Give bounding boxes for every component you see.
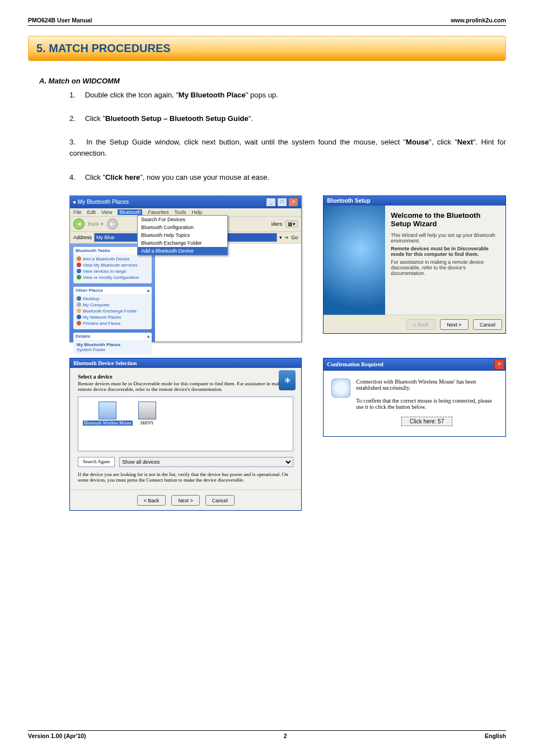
- panel-tasks-head: Bluetooth Tasks: [76, 248, 110, 253]
- desktop-icon: [77, 296, 81, 301]
- step-3: 3. In the Setup Guide window, click next…: [69, 137, 506, 159]
- wizard-cancel-button[interactable]: Cancel: [473, 319, 502, 330]
- confirm-p2: To confirm that the correct mouse is bei…: [356, 398, 498, 410]
- panel-details-head: Details: [76, 334, 90, 339]
- wizard-heading: Welcome to the Bluetooth Setup Wizard: [391, 211, 500, 228]
- place-my-computer[interactable]: My Computer: [77, 302, 148, 307]
- config-icon: [77, 275, 81, 279]
- wizard-image: [324, 206, 385, 315]
- folder-icon: [77, 309, 81, 313]
- place-network[interactable]: My Network Places: [77, 315, 148, 320]
- back-button[interactable]: ◄: [73, 218, 85, 230]
- task-add-device[interactable]: Add a Bluetooth Device: [77, 256, 148, 262]
- menu-item-exchange-folder[interactable]: Bluetooth Exchange Folder: [138, 239, 227, 247]
- menu-item-search-devices[interactable]: Search For Devices: [138, 216, 227, 223]
- bluetooth-icon: [77, 256, 81, 261]
- menu-favorites[interactable]: Favorites: [148, 209, 168, 215]
- device-list: Bluetooth Wireless Mouse SHINY: [78, 396, 293, 451]
- search-again-button[interactable]: Search Again: [78, 457, 115, 467]
- views-button[interactable]: ▦▾: [285, 221, 298, 227]
- maximize-button[interactable]: □: [277, 198, 287, 207]
- step-4: 4. Click "Click here", now you can use y…: [69, 172, 506, 183]
- section-title: 5. MATCH PROCEDURES: [28, 36, 506, 61]
- subsection-a: A. Match on WIDCOMM: [39, 77, 506, 85]
- devsel-title: Bluetooth Device Selection: [70, 358, 301, 368]
- menu-file[interactable]: File: [73, 209, 82, 215]
- wizard-p1: This Wizard will help you set up your Bl…: [391, 232, 500, 244]
- menu-help[interactable]: Help: [191, 209, 202, 215]
- bluetooth-logo-icon: ∗: [279, 370, 296, 390]
- panel-places-head: Other Places: [76, 288, 103, 293]
- bluetooth-menu-dropdown: Search For Devices Bluetooth Configurati…: [137, 215, 228, 255]
- menu-bluetooth[interactable]: Bluetooth: [118, 209, 142, 215]
- page-number: 2: [284, 732, 287, 739]
- go-button[interactable]: Go: [291, 235, 298, 240]
- minimize-button[interactable]: _: [266, 198, 276, 207]
- confirm-p1: Connection with Bluetooth Wireless Mouse…: [356, 379, 498, 391]
- computer-icon: [77, 302, 81, 307]
- task-view-range[interactable]: View devices in range: [77, 269, 148, 274]
- step-2: 2. Click "Bluetooth Setup – Bluetooth Se…: [69, 113, 506, 124]
- task-view-services[interactable]: View My Bluetooth services: [77, 263, 148, 268]
- mouse-info-icon: [331, 379, 350, 398]
- bluetooth-setup-wizard: Bluetooth Setup Welcome to the Bluetooth…: [323, 195, 506, 334]
- close-button[interactable]: ×: [288, 198, 298, 207]
- footer-version: Version 1.00 (Apr'10): [28, 732, 86, 739]
- place-desktop[interactable]: Desktop: [77, 296, 148, 301]
- footer-language: English: [485, 732, 506, 739]
- devsel-next-button[interactable]: Next >: [171, 495, 199, 506]
- menu-tools[interactable]: Tools: [174, 209, 186, 215]
- device-icon: [138, 402, 156, 419]
- menu-item-bt-help[interactable]: Bluetooth Help Topics: [138, 231, 227, 239]
- devsel-note: If the device you are looking for is not…: [78, 472, 293, 483]
- menu-item-bt-config[interactable]: Bluetooth Configuration: [138, 223, 227, 231]
- menu-item-add-device[interactable]: Add a Bluetooth Device: [138, 247, 227, 255]
- content-pane: [155, 244, 301, 342]
- forward-button[interactable]: ►: [107, 218, 118, 230]
- details-line2: System Folder: [77, 347, 148, 352]
- printer-icon: [77, 321, 81, 325]
- site-url: www.prolink2u.com: [451, 17, 506, 24]
- place-exchange-folder[interactable]: Bluetooth Exchange Folder: [77, 309, 148, 314]
- click-here-button[interactable]: Click here: 57: [401, 417, 452, 426]
- wizard-next-button[interactable]: Next >: [440, 319, 468, 330]
- confirm-title: Confirmation Required: [327, 361, 383, 367]
- task-modify-config[interactable]: View or modify configuration: [77, 275, 148, 280]
- devsel-heading: Select a device: [78, 374, 293, 380]
- wizard-back-button: < Back: [406, 319, 435, 330]
- range-icon: [77, 269, 81, 273]
- device-item-shiny[interactable]: SHINY: [138, 402, 156, 446]
- devsel-back-button[interactable]: < Back: [137, 495, 166, 506]
- services-icon: [77, 263, 81, 267]
- place-printers[interactable]: Printers and Faxes: [77, 321, 148, 326]
- mouse-icon: [99, 402, 116, 419]
- wizard-p2: Remote devices must be in Discoverable m…: [391, 246, 500, 257]
- manual-title: PMO624B User Manual: [28, 17, 92, 24]
- my-bluetooth-places-window: ● My Bluetooth Places _ □ × File Edit Vi…: [69, 195, 302, 342]
- devsel-cancel-button[interactable]: Cancel: [205, 495, 235, 506]
- confirmation-dialog: Confirmation Required × Connection with …: [323, 358, 506, 437]
- address-label: Address: [73, 235, 92, 240]
- menu-view[interactable]: View: [101, 209, 112, 215]
- network-icon: [77, 315, 81, 319]
- step-1: 1. Double click the Icon again, "My Blue…: [69, 90, 506, 101]
- device-selection-window: Bluetooth Device Selection ∗ Select a de…: [69, 358, 302, 511]
- devsel-desc: Remote devices must be in Discoverable m…: [78, 381, 293, 392]
- menu-edit[interactable]: Edit: [87, 209, 96, 215]
- window-title: My Bluetooth Places: [78, 199, 129, 205]
- confirm-close-button[interactable]: ×: [494, 360, 504, 370]
- filter-select[interactable]: Show all devices: [119, 457, 293, 467]
- wizard-p3: For assistance in making a remote device…: [391, 259, 500, 276]
- wizard-title: Bluetooth Setup: [324, 196, 505, 206]
- device-item-mouse[interactable]: Bluetooth Wireless Mouse: [83, 402, 133, 446]
- details-line1: My Bluetooth Places: [77, 342, 148, 347]
